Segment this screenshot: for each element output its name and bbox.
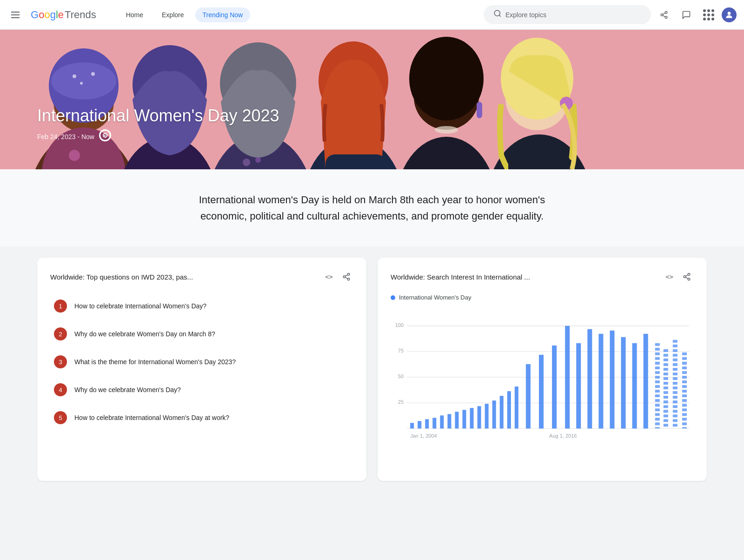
bar-2010 — [455, 412, 458, 429]
question-text-3: What is the theme for International Wome… — [74, 358, 236, 366]
description-section: International women's Day is held on Mar… — [0, 169, 744, 247]
question-text-5: How to celebrate International Women's D… — [74, 414, 229, 421]
header-left: Google Trends Home Explore Trending Now — [7, 7, 250, 22]
bar-2022-peak — [565, 326, 570, 429]
bar-2019 — [526, 364, 531, 428]
question-text-2: Why do we celebrate Women's Day on March… — [74, 330, 215, 338]
svg-point-51 — [688, 273, 690, 276]
hero-date: Feb 24, 2023 - Now — [37, 133, 94, 140]
questions-list: 1 How to celebrate International Women's… — [50, 294, 353, 430]
svg-point-12 — [51, 62, 116, 100]
header: Google Trends Home Explore Trending Now … — [0, 0, 744, 30]
chart-share-button[interactable] — [680, 271, 694, 283]
questions-share-button[interactable] — [339, 271, 353, 283]
question-item-2[interactable]: 2 Why do we celebrate Women's Day on Mar… — [50, 322, 353, 346]
bar-2005 — [418, 421, 421, 429]
chart-legend: International Women's Day — [391, 294, 694, 301]
bar-2006 — [425, 420, 429, 429]
target-icon — [99, 129, 111, 141]
svg-line-55 — [685, 275, 688, 276]
svg-point-13 — [73, 74, 76, 78]
chart-card-header: Worldwide: Search Interest In Internatio… — [391, 271, 694, 283]
svg-point-0 — [494, 10, 500, 16]
bar-2007 — [432, 418, 436, 429]
svg-point-37 — [428, 58, 460, 90]
bar-2017 — [507, 391, 511, 428]
svg-point-3 — [661, 13, 663, 16]
bar-2004 — [410, 423, 414, 429]
search-placeholder-text: Explore topics — [505, 11, 641, 19]
cards-section: Worldwide: Top questions on IWD 2023, pa… — [0, 247, 744, 500]
bar-2022f — [621, 337, 626, 429]
y-label-75: 75 — [398, 348, 404, 353]
description-text: International women's Day is held on Mar… — [181, 192, 563, 224]
question-number-5: 5 — [54, 411, 67, 424]
questions-card-actions: <> — [322, 271, 353, 283]
search-icon — [493, 9, 502, 20]
share-button[interactable] — [655, 6, 673, 24]
svg-line-49 — [345, 278, 347, 279]
svg-point-14 — [91, 72, 95, 76]
svg-point-17 — [69, 150, 80, 161]
svg-point-2 — [665, 11, 667, 13]
svg-rect-40 — [416, 154, 479, 169]
chart-card: Worldwide: Search Interest In Internatio… — [378, 258, 707, 481]
nav-home[interactable]: Home — [119, 7, 151, 22]
svg-rect-45 — [508, 154, 571, 169]
chart-card-title: Worldwide: Search Interest In Internatio… — [391, 273, 663, 281]
svg-rect-21 — [140, 155, 200, 169]
question-text-4: Why do we celebrate Women's Day? — [74, 386, 181, 393]
hero-title: International Women's Day 2023 — [37, 106, 279, 126]
questions-card-title: Worldwide: Top questions on IWD 2023, pa… — [50, 273, 322, 281]
bar-2023a — [644, 334, 648, 429]
main-nav: Home Explore Trending Now — [119, 7, 250, 22]
x-label-2016: Aug 1, 2016 — [549, 433, 577, 439]
question-item-5[interactable]: 5 How to celebrate International Women's… — [50, 406, 353, 430]
logo[interactable]: Google Trends — [31, 9, 96, 21]
search-bar[interactable]: Explore topics — [484, 5, 651, 24]
feedback-button[interactable] — [677, 6, 696, 24]
questions-embed-button[interactable]: <> — [322, 271, 336, 282]
apps-button[interactable] — [699, 6, 718, 24]
chart-container: 100 75 50 25 — [391, 308, 694, 457]
svg-line-5 — [663, 15, 665, 17]
nav-trending-now[interactable]: Trending Now — [195, 7, 251, 22]
y-label-100: 100 — [395, 322, 404, 328]
chart-embed-button[interactable]: <> — [663, 271, 676, 282]
hero-text-container: International Women's Day 2023 Feb 24, 2… — [37, 106, 279, 141]
svg-point-39 — [435, 126, 458, 133]
chart-card-actions: <> — [663, 271, 694, 283]
nav-explore[interactable]: Explore — [154, 7, 191, 22]
trend-chart-svg: 100 75 50 25 — [391, 308, 694, 457]
bar-2012 — [470, 408, 474, 429]
question-number-3: 3 — [54, 355, 67, 368]
hamburger-menu-button[interactable] — [7, 8, 23, 22]
svg-point-4 — [665, 16, 667, 19]
svg-rect-38 — [477, 102, 482, 118]
account-avatar[interactable] — [722, 7, 737, 22]
question-number-1: 1 — [54, 300, 67, 313]
question-item-3[interactable]: 3 What is the theme for International Wo… — [50, 350, 353, 374]
logo-trends-text: Trends — [65, 9, 96, 21]
svg-point-15 — [80, 82, 83, 85]
legend-label: International Women's Day — [399, 294, 471, 301]
svg-line-54 — [685, 278, 688, 279]
x-label-2004: Jan 1, 2004 — [410, 433, 437, 439]
chart-embed-icon: <> — [665, 273, 673, 280]
question-number-4: 4 — [54, 383, 67, 396]
bar-2009 — [447, 414, 451, 429]
apps-grid-icon — [703, 9, 714, 20]
bar-2022g — [632, 343, 637, 429]
bar-2015 — [492, 400, 496, 428]
bar-2021 — [552, 346, 557, 429]
bar-2016 — [500, 396, 504, 428]
question-item-1[interactable]: 1 How to celebrate International Women's… — [50, 294, 353, 318]
questions-card: Worldwide: Top questions on IWD 2023, pa… — [37, 258, 366, 481]
bar-2022b — [576, 343, 581, 429]
header-right: Explore topics — [484, 5, 737, 24]
question-text-1: How to celebrate International Women's D… — [74, 302, 206, 310]
bar-2022e — [610, 331, 614, 429]
question-item-4[interactable]: 4 Why do we celebrate Women's Day? — [50, 378, 353, 402]
chart-share-icon — [683, 273, 691, 281]
y-label-50: 50 — [398, 373, 404, 379]
